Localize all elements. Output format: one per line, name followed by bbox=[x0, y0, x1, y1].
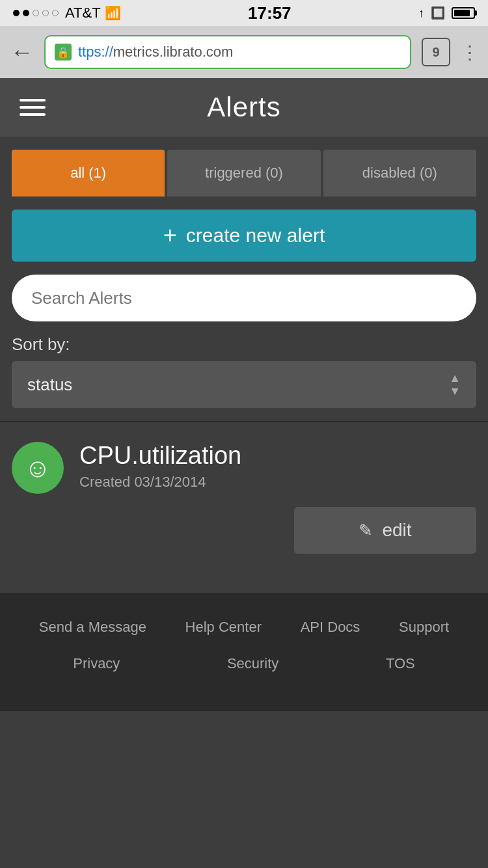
sort-select[interactable]: status ▲ ▼ bbox=[12, 361, 476, 408]
tab-disabled-label: disabled (0) bbox=[362, 165, 437, 182]
status-right: ↑ 🔲 bbox=[418, 6, 475, 20]
dot-5 bbox=[52, 10, 59, 16]
alert-created: Created 03/13/2014 bbox=[79, 474, 476, 491]
carrier-label: AT&T bbox=[65, 5, 101, 21]
create-alert-label: create new alert bbox=[186, 224, 325, 247]
footer-link-help-center[interactable]: Help Center bbox=[185, 619, 262, 636]
tabs-count: 9 bbox=[432, 45, 439, 60]
sort-arrows-icon: ▲ ▼ bbox=[449, 372, 461, 397]
footer-row-2: Privacy Security TOS bbox=[20, 655, 468, 672]
alert-status-icon: ☺ bbox=[12, 442, 64, 494]
create-alert-button[interactable]: + create new alert bbox=[12, 210, 476, 262]
status-bar: AT&T 📶 17:57 ↑ 🔲 bbox=[0, 0, 488, 26]
tab-disabled[interactable]: disabled (0) bbox=[323, 150, 476, 197]
search-row bbox=[0, 275, 488, 334]
plus-icon: + bbox=[163, 222, 177, 249]
tabs-button[interactable]: 9 bbox=[422, 38, 450, 66]
alert-main-row: ☺ CPU.utilization Created 03/13/2014 bbox=[12, 442, 476, 494]
edit-button[interactable]: ✎ edit bbox=[294, 507, 476, 554]
search-input[interactable] bbox=[12, 275, 476, 321]
more-button[interactable]: ⋮ bbox=[461, 42, 478, 63]
footer-link-support[interactable]: Support bbox=[399, 619, 449, 636]
url-bar[interactable]: 🔒 ttps://metrics.librato.com bbox=[44, 35, 411, 69]
arrow-up: ▲ bbox=[449, 372, 461, 384]
battery-icon bbox=[452, 7, 475, 19]
hamburger-menu[interactable] bbox=[20, 99, 46, 116]
back-button[interactable]: ← bbox=[10, 38, 34, 66]
tabs-row: all (1) triggered (0) disabled (0) bbox=[0, 137, 488, 197]
alert-item: ☺ CPU.utilization Created 03/13/2014 ✎ e… bbox=[0, 422, 488, 554]
sort-label: Sort by: bbox=[12, 334, 476, 355]
alert-name[interactable]: CPU.utilization bbox=[79, 442, 476, 470]
tab-all-label: all (1) bbox=[70, 165, 106, 182]
dot-1 bbox=[13, 10, 20, 16]
alert-info: CPU.utilization Created 03/13/2014 bbox=[79, 442, 476, 491]
bluetooth-icon: 🔲 bbox=[431, 6, 445, 20]
dot-2 bbox=[23, 10, 29, 16]
footer-link-tos[interactable]: TOS bbox=[386, 655, 415, 672]
footer: Send a Message Help Center API Docs Supp… bbox=[0, 593, 488, 711]
footer-link-privacy[interactable]: Privacy bbox=[73, 655, 120, 672]
status-left: AT&T 📶 bbox=[13, 5, 121, 21]
footer-link-security[interactable]: Security bbox=[227, 655, 278, 672]
signal-dots bbox=[13, 10, 59, 16]
location-icon: ↑ bbox=[418, 7, 424, 20]
tab-all[interactable]: all (1) bbox=[12, 150, 165, 197]
footer-link-api-docs[interactable]: API Docs bbox=[301, 619, 360, 636]
dot-3 bbox=[33, 10, 39, 16]
status-time: 17:57 bbox=[248, 3, 291, 23]
hamburger-line-1 bbox=[20, 99, 46, 102]
smiley-icon: ☺ bbox=[25, 454, 51, 483]
pencil-icon: ✎ bbox=[359, 521, 373, 541]
footer-row-1: Send a Message Help Center API Docs Supp… bbox=[20, 619, 468, 636]
url-protocol: ttps:// bbox=[78, 44, 113, 60]
footer-link-send-message[interactable]: Send a Message bbox=[39, 619, 146, 636]
page-title: Alerts bbox=[207, 92, 280, 123]
wifi-icon: 📶 bbox=[105, 5, 121, 21]
arrow-down: ▼ bbox=[449, 385, 461, 397]
lock-icon: 🔒 bbox=[55, 44, 72, 61]
app-header: Alerts bbox=[0, 78, 488, 137]
hamburger-line-3 bbox=[20, 113, 46, 116]
url-text: ttps://metrics.librato.com bbox=[78, 44, 233, 61]
dot-4 bbox=[42, 10, 49, 16]
edit-label: edit bbox=[382, 520, 411, 541]
battery-fill bbox=[454, 10, 470, 16]
alert-actions: ✎ edit bbox=[12, 507, 476, 554]
tab-triggered[interactable]: triggered (0) bbox=[167, 150, 320, 197]
tab-triggered-label: triggered (0) bbox=[205, 165, 283, 182]
browser-bar: ← 🔒 ttps://metrics.librato.com 9 ⋮ bbox=[0, 26, 488, 78]
hamburger-line-2 bbox=[20, 106, 46, 109]
create-alert-row: + create new alert bbox=[0, 197, 488, 275]
sort-section: Sort by: status ▲ ▼ bbox=[0, 334, 488, 408]
sort-value: status bbox=[27, 375, 72, 395]
